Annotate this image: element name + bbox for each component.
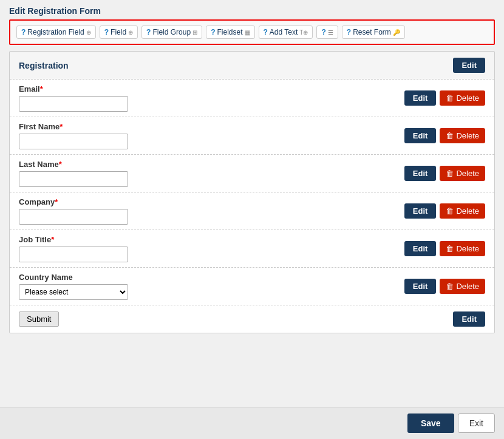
help-icon: ? (21, 28, 26, 36)
exit-button[interactable]: Exit (458, 413, 495, 433)
first-name-actions: Edit 🗑 Delete (404, 128, 485, 143)
fieldset-icon: ▦ (245, 29, 250, 36)
help-icon: ? (321, 28, 325, 36)
company-field-left: Company* (19, 197, 404, 225)
add-icon: ⊞ (192, 29, 197, 36)
add-text-button[interactable]: ? Add Text T⊕ (259, 26, 313, 39)
company-label: Company* (19, 197, 404, 206)
list-icon: ☰ (328, 29, 333, 36)
job-title-delete-button[interactable]: 🗑 Delete (440, 241, 485, 256)
help-icon: ? (264, 28, 268, 36)
last-name-actions: Edit 🗑 Delete (404, 166, 485, 181)
first-name-field-row: First Name* Edit 🗑 Delete (10, 117, 494, 155)
reset-icon: 🔑 (393, 29, 400, 36)
company-delete-label: Delete (456, 206, 479, 216)
help-icon: ? (146, 28, 151, 36)
toolbar-box: ? Registration Field ⊕ ? Field ⊕ ? Field… (9, 19, 495, 45)
job-title-required: * (51, 235, 54, 244)
field-group-button[interactable]: ? Field Group ⊞ (141, 26, 202, 39)
fieldset-button[interactable]: ? Fieldset ▦ (206, 26, 254, 39)
country-name-delete-label: Delete (456, 282, 479, 291)
company-edit-button[interactable]: Edit (404, 203, 437, 219)
list-button[interactable]: ? ☰ (316, 26, 338, 39)
field-group-label: Field Group (152, 28, 191, 36)
job-title-edit-button[interactable]: Edit (404, 241, 437, 256)
last-name-input[interactable] (19, 171, 128, 187)
country-name-actions: Edit 🗑 Delete (404, 279, 485, 294)
trash-icon: 🗑 (446, 244, 454, 253)
email-field-left: Email* (19, 84, 404, 112)
country-name-label: Country Name (19, 273, 404, 282)
field-button[interactable]: ? Field ⊕ (100, 26, 138, 39)
job-title-delete-label: Delete (456, 244, 479, 253)
page-title: Edit Registration Form (0, 0, 504, 19)
add-icon: ⊕ (128, 29, 133, 36)
email-field-row: Email* Edit 🗑 Delete (10, 80, 494, 117)
fieldset-label: Fieldset (217, 28, 242, 36)
last-name-delete-label: Delete (456, 169, 479, 178)
job-title-field-row: Job Title* Edit 🗑 Delete (10, 230, 494, 268)
last-name-delete-button[interactable]: 🗑 Delete (440, 166, 485, 181)
job-title-field-left: Job Title* (19, 235, 404, 262)
company-delete-button[interactable]: 🗑 Delete (440, 203, 485, 219)
last-name-required: * (59, 160, 62, 169)
email-edit-button[interactable]: Edit (404, 90, 437, 106)
email-input[interactable] (19, 96, 128, 112)
add-icon: ⊕ (86, 29, 91, 36)
page-wrapper: Edit Registration Form ? Registration Fi… (0, 0, 504, 439)
first-name-field-left: First Name* (19, 122, 404, 149)
bottom-bar: Save Exit (0, 407, 504, 439)
registration-field-label: Registration Field (27, 28, 84, 36)
first-name-edit-button[interactable]: Edit (404, 128, 437, 143)
job-title-label: Job Title* (19, 235, 404, 244)
registration-field-button[interactable]: ? Registration Field ⊕ (16, 26, 96, 39)
country-name-delete-button[interactable]: 🗑 Delete (440, 279, 485, 294)
save-button[interactable]: Save (407, 413, 454, 433)
country-name-edit-button[interactable]: Edit (404, 279, 437, 294)
last-name-field-row: Last Name* Edit 🗑 Delete (10, 155, 494, 192)
reset-form-button[interactable]: ? Reset Form 🔑 (342, 26, 405, 39)
submit-edit-button[interactable]: Edit (453, 311, 485, 327)
country-name-field-row: Country Name Please select Edit 🗑 Delete (10, 268, 494, 305)
trash-icon: 🗑 (446, 282, 454, 291)
add-text-label: Add Text (270, 28, 298, 36)
form-container: Registration Edit Email* Edit 🗑 Delete (9, 51, 495, 333)
company-field-row: Company* Edit 🗑 Delete (10, 192, 494, 230)
job-title-input[interactable] (19, 247, 128, 262)
first-name-required: * (60, 122, 63, 131)
email-actions: Edit 🗑 Delete (404, 90, 485, 106)
country-name-select[interactable]: Please select (19, 284, 128, 300)
submit-preview-button[interactable]: Submit (19, 311, 59, 327)
first-name-delete-label: Delete (456, 131, 479, 140)
first-name-label: First Name* (19, 122, 404, 131)
field-label: Field (111, 28, 126, 36)
text-icon: T⊕ (299, 29, 308, 36)
registration-edit-button[interactable]: Edit (453, 58, 485, 73)
job-title-actions: Edit 🗑 Delete (404, 241, 485, 256)
email-required: * (40, 84, 43, 94)
first-name-input[interactable] (19, 134, 128, 149)
help-icon: ? (104, 28, 109, 36)
last-name-edit-button[interactable]: Edit (404, 166, 437, 181)
reset-form-label: Reset Form (353, 28, 391, 36)
trash-icon: 🗑 (446, 169, 454, 178)
email-delete-button[interactable]: 🗑 Delete (440, 90, 485, 106)
help-icon: ? (211, 28, 215, 36)
company-actions: Edit 🗑 Delete (404, 203, 485, 219)
section-title: Registration (19, 61, 69, 70)
company-required: * (55, 197, 58, 206)
email-delete-label: Delete (456, 94, 479, 103)
submit-row: Submit Edit (10, 305, 494, 333)
last-name-label: Last Name* (19, 160, 404, 169)
last-name-field-left: Last Name* (19, 160, 404, 187)
toolbar: ? Registration Field ⊕ ? Field ⊕ ? Field… (16, 26, 488, 39)
company-input[interactable] (19, 209, 128, 225)
help-icon: ? (347, 28, 351, 36)
trash-icon: 🗑 (446, 206, 454, 216)
trash-icon: 🗑 (446, 131, 454, 140)
section-header: Registration Edit (10, 52, 494, 80)
trash-icon: 🗑 (446, 94, 454, 103)
email-label: Email* (19, 84, 404, 94)
first-name-delete-button[interactable]: 🗑 Delete (440, 128, 485, 143)
country-name-field-left: Country Name Please select (19, 273, 404, 300)
